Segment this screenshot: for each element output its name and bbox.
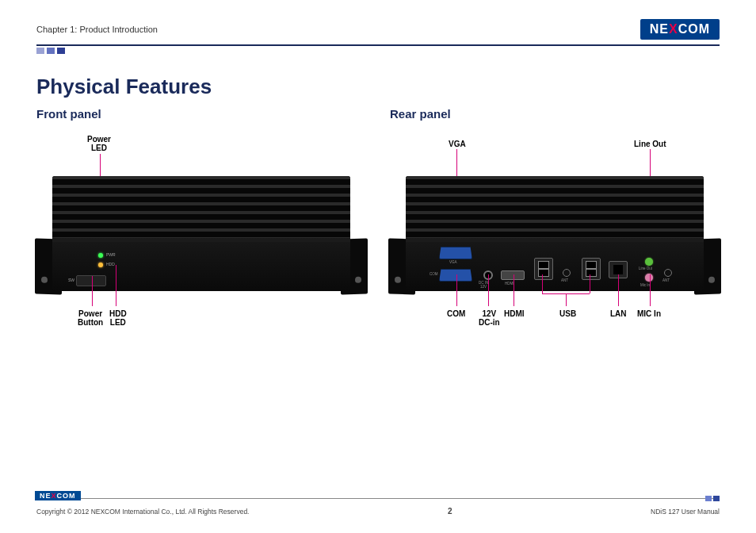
brand-logo: NEXCOM: [640, 19, 720, 40]
callout-mic-in: MIC In: [637, 309, 661, 318]
heatsink-fins: [406, 176, 704, 238]
page-number: 2: [448, 507, 452, 516]
logo-part-com: COM: [678, 22, 710, 36]
decor-square: [47, 48, 55, 54]
copyright-text: Copyright © 2012 NEXCOM International Co…: [36, 508, 249, 516]
silk-vga: VGA: [449, 260, 457, 264]
power-button-icon: [76, 275, 106, 286]
callout-line: [456, 274, 457, 306]
rear-panel-title: Rear panel: [390, 107, 720, 121]
antenna-connector-icon: [664, 269, 672, 277]
rear-panel-block: Rear panel VGA Line Out VGA: [390, 107, 720, 349]
section-title: Physical Features: [36, 75, 720, 99]
page-footer: NEXCOM Copyright © 2012 NEXCOM Internati…: [36, 494, 720, 516]
rear-panel-figure: VGA Line Out VGA COM: [390, 135, 720, 349]
line-out-jack-icon: [645, 258, 653, 266]
callout-line: [514, 274, 514, 306]
antenna-connector-icon: [563, 269, 571, 277]
rear-face: VGA COM DC IN 12V HDMI ANT: [406, 242, 704, 291]
callout-power-led: Power LED: [87, 135, 111, 152]
header-rule: [36, 44, 720, 54]
header-row: Chapter 1: Product Introduction NEXCOM: [36, 19, 720, 40]
silk-hdmi: HDMI: [505, 282, 514, 286]
silk-ant-1: ANT: [561, 278, 568, 282]
callout-usb: USB: [559, 309, 576, 318]
callout-line: [488, 274, 489, 306]
footer-logo-ne: NE: [40, 492, 52, 500]
callout-line: [566, 293, 567, 306]
power-led-icon: [98, 253, 103, 258]
callout-line-out: Line Out: [634, 140, 666, 148]
callout-line: [590, 274, 590, 293]
callout-power-button: Power Button: [78, 309, 103, 327]
usb-stack-icon: [534, 258, 553, 280]
silk-hdd: HDD: [106, 262, 115, 266]
silk-sw: SW: [68, 278, 74, 282]
callout-hdd-led: HDD LED: [109, 309, 127, 327]
silk-ant-2: ANT: [662, 278, 670, 282]
callout-line: [618, 274, 619, 306]
silk-micin: Mic In: [640, 283, 650, 287]
mic-in-jack-icon: [645, 274, 653, 282]
silk-dcin: DC IN 12V: [479, 282, 488, 289]
doc-title: NDiS 127 User Manual: [651, 508, 720, 516]
logo-part-x: X: [669, 22, 678, 36]
device-front: PWR HDD SW: [52, 176, 350, 291]
front-panel-title: Front panel: [36, 107, 366, 121]
device-rear: VGA COM DC IN 12V HDMI ANT: [406, 176, 704, 291]
front-panel-block: Front panel Power LED PWR HDD: [36, 107, 366, 349]
usb-stack-icon: [582, 258, 601, 280]
hdmi-port-icon: [501, 270, 525, 280]
decor-square: [57, 48, 65, 54]
footer-logo: NEXCOM: [35, 491, 81, 500]
hdd-led-icon: [98, 263, 103, 267]
callout-lan: LAN: [610, 309, 627, 318]
callout-com: COM: [447, 309, 465, 318]
heatsink-fins: [52, 176, 350, 238]
callout-vga: VGA: [449, 140, 466, 148]
callout-line: [650, 274, 651, 306]
front-panel-figure: Power LED PWR HDD SW: [36, 135, 366, 349]
callout-line: [92, 276, 93, 306]
logo-part-ne: NE: [650, 22, 669, 36]
vga-port-icon: [439, 247, 472, 259]
footer-logo-x: X: [52, 492, 57, 500]
silk-pwr: PWR: [106, 252, 116, 257]
footer-decor: [705, 496, 720, 501]
front-face: PWR HDD SW: [52, 242, 350, 291]
silk-com: COM: [430, 272, 438, 276]
com-port-icon: [439, 269, 472, 282]
silk-lineout: Line Out: [639, 266, 652, 270]
callout-line: [116, 265, 116, 306]
decor-square: [36, 48, 44, 54]
callout-line: [542, 274, 543, 293]
chapter-title: Chapter 1: Product Introduction: [36, 25, 158, 34]
callout-hdmi: HDMI: [504, 309, 525, 318]
footer-logo-com: COM: [57, 492, 76, 500]
callout-dcin: 12V DC-in: [479, 309, 500, 327]
